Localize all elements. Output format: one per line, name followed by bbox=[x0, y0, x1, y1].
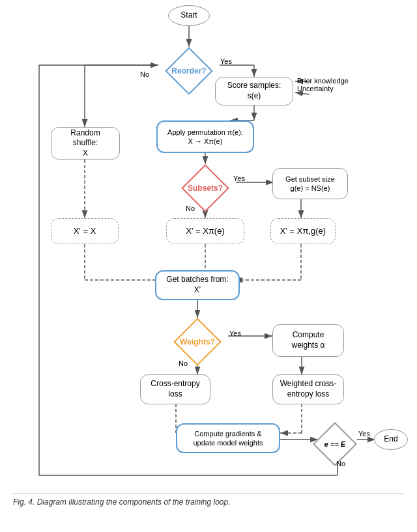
reorder-no-label: No bbox=[140, 70, 149, 78]
cross-entropy-node: Cross-entropy loss bbox=[140, 374, 210, 404]
weights-no-label: No bbox=[179, 359, 188, 367]
start-node: Start bbox=[168, 5, 210, 26]
svg-line-8 bbox=[295, 92, 309, 94]
score-samples-node: Score samples: s(e) bbox=[215, 77, 293, 105]
subsets-no-label: No bbox=[186, 204, 195, 212]
get-batches-node: Get batches from: X' bbox=[155, 270, 240, 300]
weights-diamond: Weights? bbox=[173, 318, 222, 366]
caption: Fig. 4. Diagram illustrating the compone… bbox=[13, 493, 404, 507]
compute-weights-node: Compute weights α bbox=[272, 324, 344, 357]
e-equals-E-yes-label: Yes bbox=[358, 430, 370, 438]
reorder-diamond: Reorder? bbox=[165, 47, 213, 95]
apply-permutation-node: Apply permutation π(e): X → Xπ(e) bbox=[156, 120, 254, 153]
end-node: End bbox=[374, 429, 408, 450]
e-equals-E-diamond: e == E bbox=[313, 422, 357, 466]
x-prime-eq-xpi-node: X' = Xπ(e) bbox=[166, 218, 244, 244]
reorder-yes-label: Yes bbox=[220, 57, 232, 65]
diagram-container: Start Reorder? Yes No Score samples: s(e… bbox=[0, 0, 417, 514]
prior-knowledge-label: Prior knowledge Uncertainty bbox=[297, 77, 349, 92]
x-prime-eq-xpig-node: X' = Xπ,g(e) bbox=[270, 218, 336, 244]
compute-gradients-node: Compute gradients & update model weights bbox=[176, 423, 280, 453]
x-prime-eq-x-node: X' = X bbox=[51, 218, 119, 244]
weighted-cross-entropy-node: Weighted cross- entropy loss bbox=[272, 374, 344, 404]
weights-yes-label: Yes bbox=[229, 329, 241, 337]
random-shuffle-node: Random shuffle: X bbox=[51, 127, 120, 160]
subsets-yes-label: Yes bbox=[233, 175, 245, 182]
get-subset-size-node: Get subset size g(e) = NS(e) bbox=[272, 168, 348, 199]
e-equals-E-no-label: No bbox=[336, 460, 345, 468]
